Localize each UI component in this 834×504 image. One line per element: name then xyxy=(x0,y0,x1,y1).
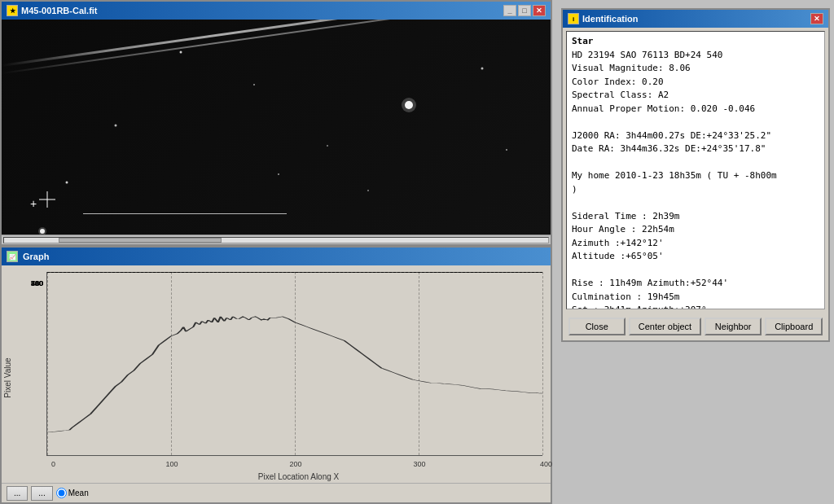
main-image-window: ★ M45-001RB-Cal.fit _ □ ✕ xyxy=(0,0,552,246)
identification-window: i Identification ✕ Star HD 23194 SAO 761… xyxy=(561,8,830,342)
stars-svg xyxy=(2,20,551,234)
y-tick-880: 880 xyxy=(31,279,43,287)
x-tick-100: 100 xyxy=(165,460,178,468)
svg-point-5 xyxy=(327,145,328,147)
main-window-title: M45-001RB-Cal.fit xyxy=(21,6,98,15)
x-tick-200: 200 xyxy=(289,460,301,468)
main-titlebar: ★ M45-001RB-Cal.fit _ □ ✕ xyxy=(2,2,551,20)
id-home: My home 2010-1-23 18h35m ( TU + -8h00m xyxy=(572,169,819,183)
svg-point-1 xyxy=(402,98,416,112)
graph-bottom-btn-1[interactable]: ... xyxy=(7,486,28,501)
graph-window-title: Graph xyxy=(23,252,49,261)
svg-point-8 xyxy=(66,182,68,184)
main-window-icon: ★ xyxy=(7,5,18,16)
id-proper-motion: Annual Proper Motion: 0.020 -0.046 xyxy=(572,103,819,116)
graph-window: 📈 Graph 80 240 400 560 720 880 Pixel Val… xyxy=(0,246,552,504)
main-minimize-btn[interactable]: _ xyxy=(503,5,516,16)
svg-point-2 xyxy=(180,51,182,54)
chart-container: 100 200 300 0 400 xyxy=(46,272,551,483)
id-hour-angle: Hour Angle : 22h54m xyxy=(572,223,819,237)
svg-point-9 xyxy=(367,190,369,191)
id-titlebar: i Identification ✕ xyxy=(563,10,828,28)
graph-line-svg xyxy=(47,272,542,455)
x-axis-label: Pixel Location Along X xyxy=(46,472,551,483)
mean-radio[interactable] xyxy=(56,488,67,498)
cursor-icon xyxy=(39,191,55,208)
id-home2: ) xyxy=(572,183,819,197)
main-titlebar-buttons: _ □ ✕ xyxy=(503,5,546,16)
y-axis-label: Pixel Value xyxy=(3,357,12,397)
id-star-label: Star xyxy=(572,35,819,49)
svg-point-3 xyxy=(253,84,255,85)
svg-point-7 xyxy=(506,149,507,151)
id-content-area[interactable]: Star HD 23194 SAO 76113 BD+24 540 Visual… xyxy=(566,31,825,309)
id-spectral: Spectral Class: A2 xyxy=(572,89,819,103)
svg-point-6 xyxy=(481,68,484,70)
x-tick-300: 300 xyxy=(413,460,425,468)
id-button-row: Close Center object Neighbor Clipboard xyxy=(563,313,828,340)
close-button[interactable]: Close xyxy=(568,318,626,335)
id-close-btn[interactable]: ✕ xyxy=(810,13,823,24)
mean-radio-label: Mean xyxy=(56,488,89,498)
scrollbar-track[interactable] xyxy=(3,237,549,243)
svg-point-4 xyxy=(115,125,117,127)
x-tick-400: 400 xyxy=(540,460,552,468)
svg-point-10 xyxy=(278,173,279,175)
center-object-button[interactable]: Center object xyxy=(629,318,701,335)
id-window-icon: i xyxy=(568,13,579,24)
id-culmination: Culmination : 19h45m xyxy=(572,291,819,305)
id-visual-mag: Visual Magnitude: 8.06 xyxy=(572,62,819,76)
id-j2000-ra: J2000 RA: 3h44m00.27s DE:+24°33'25.2" xyxy=(572,129,819,143)
id-info-line1: HD 23194 SAO 76113 BD+24 540 xyxy=(572,49,819,63)
id-color: Color Index: 0.20 xyxy=(572,76,819,90)
svg-point-12 xyxy=(38,227,46,234)
main-close-btn[interactable]: ✕ xyxy=(533,5,546,16)
x-tick-0: 0 xyxy=(51,460,55,468)
image-content[interactable] xyxy=(2,20,551,234)
id-titlebar-buttons: ✕ xyxy=(810,13,823,24)
scrollbar-thumb[interactable] xyxy=(59,238,222,243)
main-maximize-btn[interactable]: □ xyxy=(518,5,531,16)
graph-window-icon: 📈 xyxy=(7,251,18,262)
graph-titlebar: 📈 Graph xyxy=(2,248,551,265)
cursor-crosshair xyxy=(30,191,55,210)
id-set: Set : 3h41m Azimuth:+307° xyxy=(572,304,819,309)
id-azimuth: Azimuth :+142°12' xyxy=(572,237,819,251)
titlebar-title-group: ★ M45-001RB-Cal.fit xyxy=(7,5,98,16)
id-rise: Rise : 11h49m Azimuth:+52°44' xyxy=(572,277,819,291)
id-sideral: Sideral Time : 2h39m xyxy=(572,210,819,224)
neighbor-button[interactable]: Neighbor xyxy=(705,318,762,335)
clipboard-button[interactable]: Clipboard xyxy=(765,318,823,335)
main-horizontal-scrollbar[interactable] xyxy=(2,234,551,244)
chart-inner: 100 200 300 0 400 xyxy=(46,272,542,456)
star-field xyxy=(2,20,551,234)
mean-radio-text: Mean xyxy=(68,489,89,497)
graph-bottom-toolbar: ... ... Mean xyxy=(2,483,551,502)
id-altitude: Altitude :+65°05' xyxy=(572,250,819,264)
id-window-title: Identification xyxy=(582,14,638,24)
y-axis-section: 80 240 400 560 720 880 Pixel Value xyxy=(2,272,46,483)
measurement-line xyxy=(83,213,287,214)
id-titlebar-left: i Identification xyxy=(568,13,638,24)
id-date-ra: Date RA: 3h44m36.32s DE:+24°35'17.8" xyxy=(572,142,819,156)
graph-bottom-btn-2[interactable]: ... xyxy=(31,486,52,501)
grid-v-400: 400 xyxy=(542,272,543,455)
graph-area: 80 240 400 560 720 880 Pixel Value 100 xyxy=(2,265,551,483)
